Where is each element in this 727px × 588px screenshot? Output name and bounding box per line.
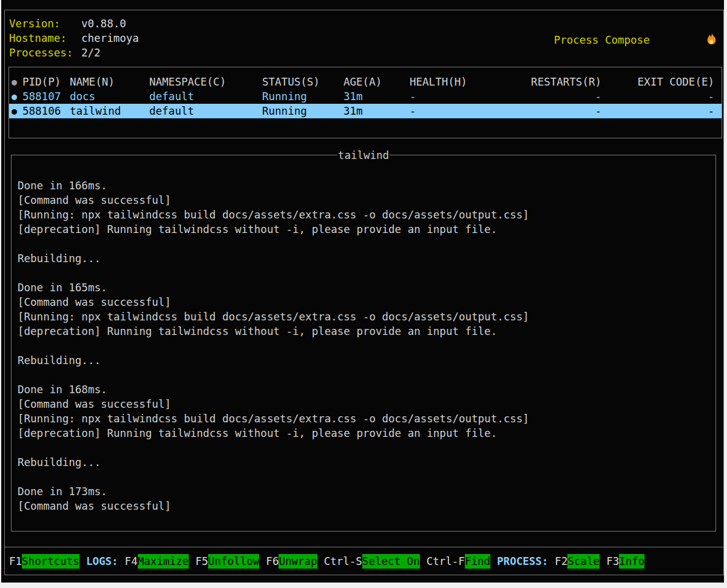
table-row[interactable]: ●588106tailwinddefaultRunning31m--- xyxy=(9,104,722,118)
table-cell: - xyxy=(601,89,714,104)
shortcut-f2[interactable]: F2Scale xyxy=(555,554,600,569)
shortcut-label: Scale xyxy=(567,554,600,569)
status-section-label: PROCESS: xyxy=(497,554,548,569)
table-header-row: ●PID(P)NAME(N)NAMESPACE(C)STATUS(S)AGE(A… xyxy=(9,75,722,89)
shortcut-label: Info xyxy=(619,554,644,569)
shortcut-f6[interactable]: F6Unwrap xyxy=(266,554,317,569)
shortcut-key: F6 xyxy=(266,554,279,569)
column-header: AGE(A) xyxy=(343,75,410,89)
table-cell: Running xyxy=(262,89,343,104)
process-table: ●PID(P)NAME(N)NAMESPACE(C)STATUS(S)AGE(A… xyxy=(8,67,722,138)
header-row: Hostname:cherimoya xyxy=(9,31,139,46)
column-header: RESTARTS(R) xyxy=(529,75,601,89)
row-bullet-icon: ● xyxy=(12,75,22,89)
shortcut-label: Unfollow xyxy=(208,554,259,569)
table-cell: 588106 xyxy=(22,104,70,118)
header-label: Version: xyxy=(9,16,81,31)
table-cell: default xyxy=(149,89,262,104)
shortcut-key: Ctrl-S xyxy=(324,554,362,569)
table-cell: 31m xyxy=(343,104,410,118)
column-header: HEALTH(H) xyxy=(410,75,529,89)
header-value: 2/2 xyxy=(81,47,101,59)
table-row[interactable]: ●588107docsdefaultRunning31m--- xyxy=(9,89,722,104)
column-header: NAMESPACE(C) xyxy=(149,75,262,89)
table-cell: Running xyxy=(262,104,343,118)
status-bar: F1ShortcutsLOGS:F4MaximizeF5UnfollowF6Un… xyxy=(5,547,723,575)
header-value: cherimoya xyxy=(81,32,139,44)
shortcut-key: F1 xyxy=(9,554,22,569)
shortcut-label: Unwrap xyxy=(279,554,317,569)
shortcut-key: F2 xyxy=(555,554,567,569)
log-panel-title: tailwind xyxy=(337,148,390,163)
shortcut-ctrl-f[interactable]: Ctrl-FFind xyxy=(427,554,490,569)
shortcut-key: F3 xyxy=(606,554,619,569)
column-header: STATUS(S) xyxy=(262,75,343,89)
shortcut-label: Select On xyxy=(362,554,420,569)
shortcut-f1[interactable]: F1Shortcuts xyxy=(9,554,79,569)
table-cell: 588107 xyxy=(22,89,70,104)
app-title: Process Compose xyxy=(554,18,717,63)
header-label: Processes: xyxy=(9,46,81,60)
terminal-window: Version:v0.88.0Hostname:cherimoyaProcess… xyxy=(1,0,724,583)
table-cell: - xyxy=(529,89,601,104)
column-header: PID(P) xyxy=(22,75,70,89)
shortcut-f4[interactable]: F4Maximize xyxy=(125,554,189,569)
status-section-text: PROCESS: xyxy=(497,554,548,569)
header-value: v0.88.0 xyxy=(81,18,126,30)
column-header: EXIT CODE(E) xyxy=(601,75,714,89)
shortcut-ctrl-s[interactable]: Ctrl-SSelect On xyxy=(324,554,420,569)
log-output: Done in 166ms. [Command was successful] … xyxy=(12,155,715,531)
status-section-text: LOGS: xyxy=(86,554,118,569)
table-cell: 31m xyxy=(343,89,410,104)
row-bullet-icon: ● xyxy=(12,104,22,118)
table-cell: tailwind xyxy=(70,104,149,118)
table-cell: - xyxy=(410,104,529,118)
shortcut-key: F5 xyxy=(195,554,208,569)
shortcut-label: Find xyxy=(465,554,490,569)
header-panel: Version:v0.88.0Hostname:cherimoyaProcess… xyxy=(9,16,139,60)
shortcut-f3[interactable]: F3Info xyxy=(606,554,644,569)
table-cell: docs xyxy=(70,89,149,104)
status-section-label: LOGS: xyxy=(86,554,118,569)
shortcut-label: Shortcuts xyxy=(22,554,79,569)
app-title-text: Process Compose xyxy=(554,33,650,47)
app-frame: Version:v0.88.0Hostname:cherimoyaProcess… xyxy=(4,10,724,575)
shortcut-f5[interactable]: F5Unfollow xyxy=(195,554,259,569)
column-header: NAME(N) xyxy=(70,75,149,89)
header-row: Version:v0.88.0 xyxy=(9,16,139,31)
table-cell: - xyxy=(529,104,601,118)
flame-icon xyxy=(655,18,717,63)
shortcut-label: Maximize xyxy=(138,554,189,569)
shortcut-key: F4 xyxy=(125,554,138,569)
header-label: Hostname: xyxy=(9,31,81,46)
shortcut-key: Ctrl-F xyxy=(427,554,465,569)
table-cell: default xyxy=(149,104,262,118)
page-background: { "header": { "title": "Process Compose"… xyxy=(0,0,727,588)
row-bullet-icon: ● xyxy=(12,89,22,104)
log-panel[interactable]: tailwind Done in 166ms. [Command was suc… xyxy=(11,155,716,532)
table-cell: - xyxy=(601,104,714,118)
table-cell: - xyxy=(410,89,529,104)
header-row: Processes:2/2 xyxy=(9,46,139,60)
